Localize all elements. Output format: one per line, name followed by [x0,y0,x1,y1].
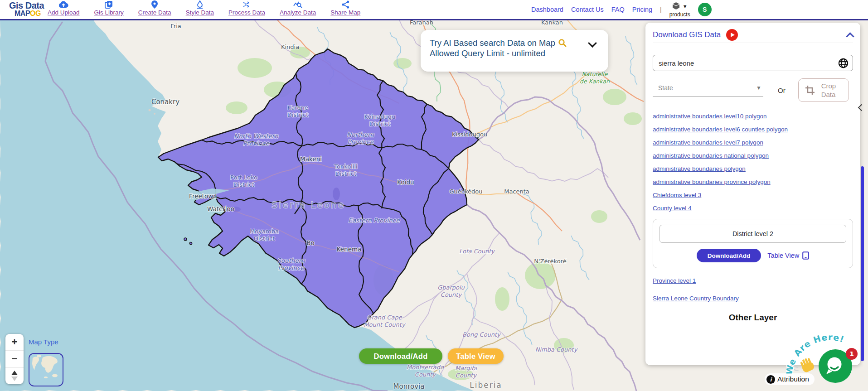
share-icon [342,0,349,9]
north-arrow-icon [11,371,18,375]
nav-item-label: Process Data [228,9,265,16]
nav-item-create-data[interactable]: Create Data [138,0,171,16]
map-label: County [441,291,463,298]
chevron-up-icon[interactable] [846,32,854,40]
user-avatar[interactable]: S [698,3,712,16]
nav-item-process-data[interactable]: Process Data [228,0,265,16]
search-row [653,55,853,71]
selected-layer-actions: Download/Add Table View [659,249,846,262]
map-label: Province [347,138,374,145]
map-label: District [254,235,275,242]
crop-icon [805,85,815,95]
download-add-button[interactable]: Download/Add [697,249,761,262]
map-label: Karene [287,104,308,111]
layer-link-administrative-boundaries-national-polygon[interactable]: administrative boundaries national polyg… [653,152,853,159]
nav-item-add-upload[interactable]: Add Upload [48,0,80,16]
search-input[interactable] [653,55,853,71]
ai-search-banner: Try AI Based search Data on Map Allowed … [421,30,608,72]
layer-link-administrative-boundaries-level10-polygon[interactable]: administrative boundaries level10 polygo… [653,113,853,120]
map-label: Liberia [470,381,502,390]
map-label: Southern [277,257,305,264]
map-label: Eastern Province [348,217,400,224]
nav-item-analyze-data[interactable]: Analyze Data [280,0,316,16]
map-label: Grand Cape [367,314,402,321]
crop-data-button[interactable]: Crop Data [798,78,849,102]
layer-link-administrative-boundaries-level6-counties-polygon[interactable]: administrative boundaries level6 countie… [653,126,853,133]
nav-item-gis-library[interactable]: Gis Library [94,0,124,16]
layer-link-province-level-1[interactable]: Province level 1 [653,277,853,284]
nav-item-label: Style Data [186,9,214,16]
products-menu[interactable]: ▼products [669,2,690,17]
banner-line2: Allowed Query Limit - unlimited [430,48,599,58]
table-view-link[interactable]: Table View [767,251,809,260]
map-label: Makeni [300,155,322,163]
layer-link-administrative-boundaries-province-polygon[interactable]: administrative boundaries province polyg… [653,179,853,185]
map-label: Province [278,264,305,271]
compass-button[interactable] [5,367,24,384]
map-label: de Kankan [580,78,610,85]
download-gis-data-panel: Download GIS Data State ▼ Or Crop Data a… [645,23,860,365]
map-pin-icon [151,0,158,9]
selected-layer-name[interactable]: District level 2 [659,225,846,243]
ink-drop-icon [196,0,204,9]
layer-link-administrative-boundaries-level7-polygon[interactable]: administrative boundaries level7 polygon [653,139,853,146]
nav-item-label: Create Data [138,9,171,16]
layer-link-chiefdoms-level-3[interactable]: Chiefdoms level 3 [653,192,853,198]
svg-text:1: 1 [849,350,854,357]
map-label: County [456,372,478,379]
map-label: Northern [347,131,374,138]
map-table-view-button[interactable]: Table View [448,348,504,364]
map-label: Gbarpolu [437,284,465,291]
nav-link-pricing[interactable]: Pricing [632,6,652,13]
map-label: Kindia [281,43,299,50]
map-label: Freetown [189,193,217,200]
chart-magnifier-icon [293,0,302,9]
nav-item-label: Analyze Data [280,9,316,16]
map-label: District [287,111,309,118]
chat-widget[interactable]: 1 We Are Here! [786,323,868,391]
map-label: Kenema [337,246,362,253]
logo-line2: MAPOG [15,10,44,17]
layer-link-county-level-4[interactable]: County level 4 [653,205,853,212]
layer-link-sierra-leone-country-boundary[interactable]: Sierra Leone Country Boundary [653,295,853,302]
map-label: Conakry [151,98,179,106]
map-label: Fria [170,23,181,29]
map-label: Koidu [397,179,414,186]
dropdown-caret-icon: ▼ [756,85,761,91]
state-row: State ▼ Or Crop Data [653,78,853,102]
banner-line1: Try AI Based search Data on Map [430,38,599,48]
nav-item-style-data[interactable]: Style Data [186,0,214,16]
map-label: Macenta [504,188,529,195]
globe-icon[interactable] [838,58,849,70]
map-download-add-button[interactable]: Download/Add [359,348,442,364]
map-label: County [415,371,437,378]
zoom-in-button[interactable]: + [5,334,24,350]
layer-link-administrative-boundaries-polygon[interactable]: administrative boundaries polygon [653,165,853,172]
map-label: Naturelle [582,71,608,77]
map-label: Lofa County [459,248,495,255]
logo-line1: Gis Data [9,1,44,10]
panel-title[interactable]: Download GIS Data [653,30,721,39]
map-label: Koinadugu [364,113,396,120]
map-label: Province [243,140,270,147]
layer-link-list: administrative boundaries level10 polygo… [653,113,853,212]
or-label: Or [778,87,786,94]
magnifier-gold-icon [558,39,567,47]
zoom-out-button[interactable]: − [5,350,24,367]
nav-item-label: Add Upload [48,9,80,16]
nav-link-contact-us[interactable]: Contact Us [571,6,604,13]
cloud-upload-icon [58,0,68,9]
youtube-icon[interactable] [726,29,738,41]
nav-link-faq[interactable]: FAQ [611,6,625,13]
info-icon: i [766,375,775,384]
nav-link-dashboard[interactable]: Dashboard [531,6,563,13]
app-logo[interactable]: Gis Data MAPOG [9,1,44,17]
nav-item-share-map[interactable]: Share Map [330,0,360,16]
cube-icon [672,2,680,11]
map-type-thumbnail[interactable] [29,353,63,386]
map-label: Bo [306,239,315,246]
nav-item-label: Share Map [330,9,360,16]
state-select[interactable]: State ▼ [653,84,763,97]
map-zoom-control: + − [5,334,24,384]
selected-layer-card: District level 2 Download/Add Table View [653,219,853,268]
